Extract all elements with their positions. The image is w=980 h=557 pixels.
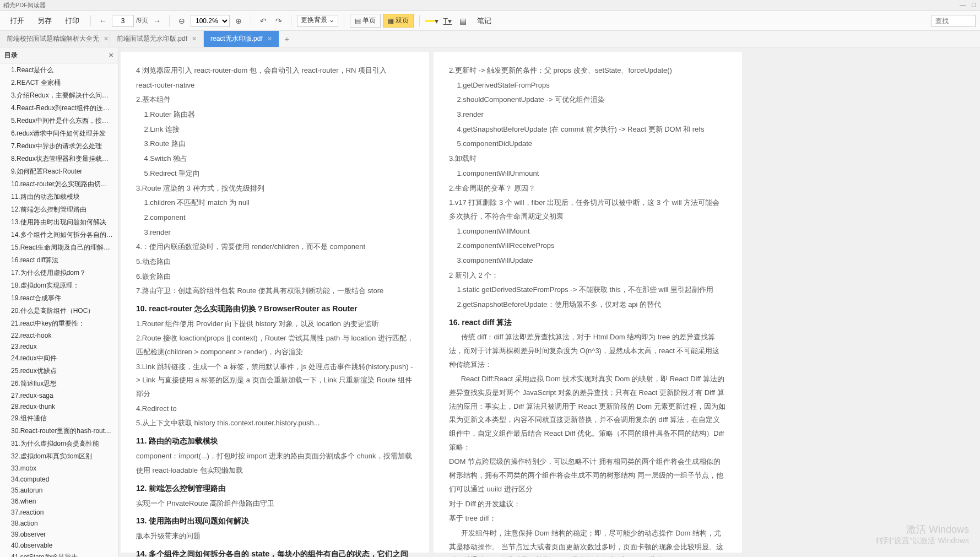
text-line: 2.componentWillReceiveProps xyxy=(449,239,727,253)
toc-item[interactable]: 19.react合成事件 xyxy=(0,292,118,305)
text-line: React Diff:React 采用虚拟 Dom 技术实现对真实 Dom 的映… xyxy=(449,372,727,454)
toc-item[interactable]: 33.mobx xyxy=(0,463,118,474)
text-line: 2.生命周期的变革？ 原因？ xyxy=(449,182,727,196)
heading: 12. 前端怎么控制管理路由 xyxy=(136,481,414,496)
page-input[interactable] xyxy=(112,15,134,27)
text-line: react-router-native xyxy=(136,79,414,93)
toc-item[interactable]: 22.react-hook xyxy=(0,330,118,341)
toc-item[interactable]: 13.使用路由时出现问题如何解决 xyxy=(0,216,118,229)
toc-item[interactable]: 30.React-router里面的hash-router和brows xyxy=(0,425,118,437)
toc-item[interactable]: 34.computed xyxy=(0,474,118,485)
toc-item[interactable]: 15.React生命周期及自己的理解，以及V16对 xyxy=(0,241,118,254)
text-line: 1.Router 路由器 xyxy=(136,108,414,122)
text-line: 2.shouldComponentUpdate -> 可优化组件渲染 xyxy=(449,93,727,107)
titlebar: 稻壳PDF阅读器 — ☐ xyxy=(0,0,980,11)
bg-select[interactable]: 更换背景 ⌄ xyxy=(297,15,338,27)
toc-item[interactable]: 31.为什么虚拟dom会提高性能 xyxy=(0,437,118,450)
toc-item[interactable]: 16.react diff算法 xyxy=(0,254,118,267)
print-button[interactable]: 打印 xyxy=(59,14,85,28)
toc-item[interactable]: 20.什么是高阶组件（HOC） xyxy=(0,305,118,317)
separator xyxy=(169,15,170,26)
toc-item[interactable]: 5.Redux中间件是什么东西，接受几个参数 xyxy=(0,115,118,127)
text-line: 5.Redirect 重定向 xyxy=(136,167,414,181)
undo-icon[interactable]: ↶ xyxy=(257,14,270,28)
text-line: 7.路由守卫：创建高阶组件包装 Route 使其具有权限判断功能，一般结合 st… xyxy=(136,284,414,298)
text-line: 6.嵌套路由 xyxy=(136,270,414,284)
toc-item[interactable]: 37.reaction xyxy=(0,507,118,518)
heading: 10. react-router 怎么实现路由切换？BrowserRouter … xyxy=(136,301,414,316)
note-button[interactable]: 笔记 xyxy=(472,14,497,28)
text-line: 传统 diff：diff 算法即差异查找算法，对于 Html Dom 结构即为 … xyxy=(449,331,727,371)
toc-item[interactable]: 41.setState为啥是异步 xyxy=(0,551,118,557)
toc-item[interactable]: 3.介绍Redux，主要解决什么问题？数据流程 xyxy=(0,89,118,102)
toc-item[interactable]: 35.autorun xyxy=(0,485,118,496)
toc-item[interactable]: 4.React-Redux到react组件的连接过 xyxy=(0,102,118,115)
text-line: 版本升级带来的问题 xyxy=(136,529,414,543)
toc-item[interactable]: 25.redux优缺点 xyxy=(0,365,118,377)
max-icon[interactable]: ☐ xyxy=(971,2,977,9)
next-page-icon[interactable]: → xyxy=(150,14,164,28)
text-line: 1.children 不匹配时 match 为 null xyxy=(136,196,414,210)
text-line: 2.component xyxy=(136,211,414,225)
toc-item[interactable]: 11.路由的动态加载模块 xyxy=(0,191,118,203)
add-tab-button[interactable]: + xyxy=(279,31,295,47)
text-line: 2.基本组件 xyxy=(136,93,414,107)
toc-item[interactable]: 14.多个组件之间如何拆分各自的state，每块 xyxy=(0,229,118,241)
search-input[interactable] xyxy=(932,15,976,27)
close-icon[interactable]: ✕ xyxy=(192,35,197,42)
toc-item[interactable]: 7.Redux中异步的请求怎么处理 xyxy=(0,140,118,153)
close-icon[interactable]: ✕ xyxy=(267,35,272,42)
toc-item[interactable]: 32.虚拟dom和真实dom区别 xyxy=(0,450,118,463)
toc-item[interactable]: 23.redux xyxy=(0,341,118,352)
toc-item[interactable]: 21.react中key的重要性： xyxy=(0,317,118,330)
toc-item[interactable]: 9.如何配置React-Router xyxy=(0,165,118,178)
toc-item[interactable]: 24.redux中间件 xyxy=(0,352,118,365)
toc-item[interactable]: 2.REACT 全家桶 xyxy=(0,77,118,89)
text-line: 1.static getDerivedStateFromProps -> 不能获… xyxy=(449,283,727,297)
toc-item[interactable]: 18.虚拟dom实现原理： xyxy=(0,279,118,292)
tab[interactable]: 前端面试题无水印版.pdf✕ xyxy=(110,31,204,47)
close-icon[interactable]: ✕ xyxy=(104,35,109,42)
save-button[interactable]: 另存 xyxy=(32,14,57,28)
tab-label: 前端校招面试题精编解析大全无 xyxy=(7,34,99,44)
close-icon[interactable]: ✕ xyxy=(109,52,113,59)
double-page-button[interactable]: ▦ 双页 xyxy=(383,14,414,28)
heading: 14. 多个组件之间如何拆分各自的 state，每块小的组件有自己的状态，它们之… xyxy=(136,547,414,557)
toc-item[interactable]: 8.Redux状态管理器和变量挂载到window中 xyxy=(0,153,118,165)
sidebar: 目录 ✕ 1.React是什么2.REACT 全家桶3.介绍Redux，主要解决… xyxy=(0,47,118,557)
toc-item[interactable]: 17.为什么使用虚拟dom？ xyxy=(0,267,118,279)
text-line: 4.Redirect to xyxy=(136,402,414,416)
toc-item[interactable]: 29.组件通信 xyxy=(0,412,118,425)
toc-item[interactable]: 27.redux-saga xyxy=(0,390,118,401)
text-line: 4 浏览器应用引入 react-router-dom 包，会自动引入 react… xyxy=(136,64,414,78)
toc-item[interactable]: 1.React是什么 xyxy=(0,64,118,77)
min-icon[interactable]: — xyxy=(960,2,966,9)
toc-item[interactable]: 6.redux请求中间件如何处理并发 xyxy=(0,127,118,140)
open-button[interactable]: 打开 xyxy=(4,14,30,28)
tab[interactable]: 前端校招面试题精编解析大全无✕ xyxy=(0,31,110,47)
sidebar-header: 目录 ✕ xyxy=(0,47,118,64)
prev-page-icon[interactable]: ← xyxy=(96,14,110,28)
toc-item[interactable]: 40.observable xyxy=(0,540,118,551)
text-line: 1.Router 组件使用 Provider 向下提供 history 对象，以… xyxy=(136,317,414,331)
toc-item[interactable]: 12.前端怎么控制管理路由 xyxy=(0,203,118,216)
zoom-select[interactable]: 100.2% xyxy=(191,15,230,27)
toc-item[interactable]: 10.react-router怎么实现路由切换？Browse xyxy=(0,178,118,191)
separator xyxy=(419,15,420,26)
toc-item[interactable]: 38.action xyxy=(0,518,118,529)
note-icon[interactable]: ▤ xyxy=(456,14,469,28)
content-area[interactable]: 4 浏览器应用引入 react-router-dom 包，会自动引入 react… xyxy=(118,47,980,557)
text-tool-icon[interactable]: T▾ xyxy=(441,14,454,28)
text-line: 1.v17 打算删除 3 个 will，fiber 出现后，任务切片可以被中断，… xyxy=(449,196,727,223)
tab[interactable]: react无水印版.pdf✕ xyxy=(204,31,279,47)
single-page-button[interactable]: ▤ 单页 xyxy=(350,14,381,28)
text-line: 实现一个 PrivateRoute 高阶组件做路由守卫 xyxy=(136,497,414,511)
toc-item[interactable]: 28.redux-thunk xyxy=(0,401,118,412)
toc-item[interactable]: 26.简述flux思想 xyxy=(0,377,118,390)
toc-item[interactable]: 36.when xyxy=(0,496,118,507)
toc-item[interactable]: 39.observer xyxy=(0,529,118,540)
redo-icon[interactable]: ↷ xyxy=(272,14,285,28)
zoom-in-icon[interactable]: ⊕ xyxy=(232,14,245,28)
zoom-out-icon[interactable]: ⊖ xyxy=(175,14,188,28)
highlight-icon[interactable]: ▾ xyxy=(425,14,438,28)
